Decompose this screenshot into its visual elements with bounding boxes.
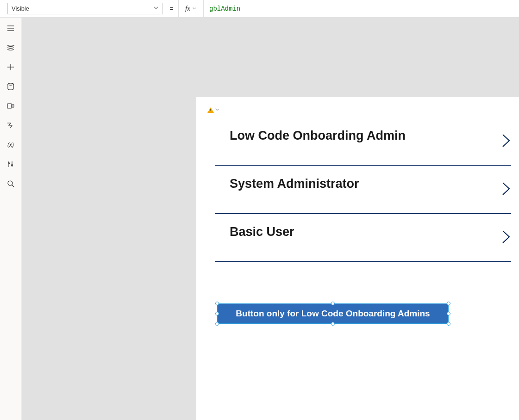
chevron-right-icon[interactable] xyxy=(501,133,511,150)
chevron-down-icon xyxy=(215,107,219,113)
property-name: Visible xyxy=(12,5,29,12)
roles-gallery[interactable]: Low Code Onboarding Admin System Adminis… xyxy=(215,117,511,262)
list-item[interactable]: System Administrator xyxy=(215,166,511,214)
svg-line-14 xyxy=(12,185,14,187)
hamburger-icon[interactable] xyxy=(6,24,15,32)
formula-input[interactable]: gblAdmin xyxy=(204,0,519,17)
svg-point-5 xyxy=(8,83,13,85)
variables-icon[interactable]: (x) xyxy=(6,141,15,149)
chevron-down-icon xyxy=(153,5,159,12)
resize-handle[interactable] xyxy=(447,322,450,326)
chevron-right-icon[interactable] xyxy=(501,229,511,247)
fx-label: fx xyxy=(185,5,190,12)
resize-handle[interactable] xyxy=(331,302,335,305)
fx-button[interactable]: fx xyxy=(179,0,204,17)
search-icon[interactable] xyxy=(6,179,15,188)
chevron-down-icon xyxy=(192,6,197,12)
power-automate-icon[interactable] xyxy=(6,121,15,130)
resize-handle[interactable] xyxy=(331,322,335,326)
svg-text:(x): (x) xyxy=(7,142,14,148)
warning-icon xyxy=(207,107,214,113)
insert-icon[interactable] xyxy=(6,63,15,71)
equals-label: = xyxy=(165,0,179,17)
tree-view-icon[interactable] xyxy=(6,43,15,52)
left-nav-rail: (x) xyxy=(0,18,22,420)
warning-indicator[interactable] xyxy=(207,107,219,113)
data-icon[interactable] xyxy=(6,82,15,91)
item-title: System Administrator xyxy=(230,177,359,191)
resize-handle[interactable] xyxy=(215,302,219,305)
svg-point-13 xyxy=(8,181,13,185)
media-icon[interactable] xyxy=(6,102,15,110)
tools-icon[interactable] xyxy=(6,160,15,168)
resize-handle[interactable] xyxy=(447,302,450,305)
admin-only-button[interactable]: Button only for Low Code Onboarding Admi… xyxy=(218,304,448,323)
list-item[interactable]: Low Code Onboarding Admin xyxy=(215,117,511,166)
svg-rect-6 xyxy=(7,104,12,108)
item-title: Low Code Onboarding Admin xyxy=(230,129,406,143)
resize-handle[interactable] xyxy=(215,322,219,326)
property-dropdown[interactable]: Visible xyxy=(7,3,163,14)
chevron-right-icon[interactable] xyxy=(501,181,511,198)
selected-control[interactable]: Button only for Low Code Onboarding Admi… xyxy=(218,304,448,323)
resize-handle[interactable] xyxy=(215,312,219,315)
list-item[interactable]: Basic User xyxy=(215,214,511,262)
resize-handle[interactable] xyxy=(447,312,450,315)
formula-bar: Visible = fx gblAdmin xyxy=(0,0,519,18)
svg-rect-7 xyxy=(12,105,14,107)
item-title: Basic User xyxy=(230,225,294,239)
